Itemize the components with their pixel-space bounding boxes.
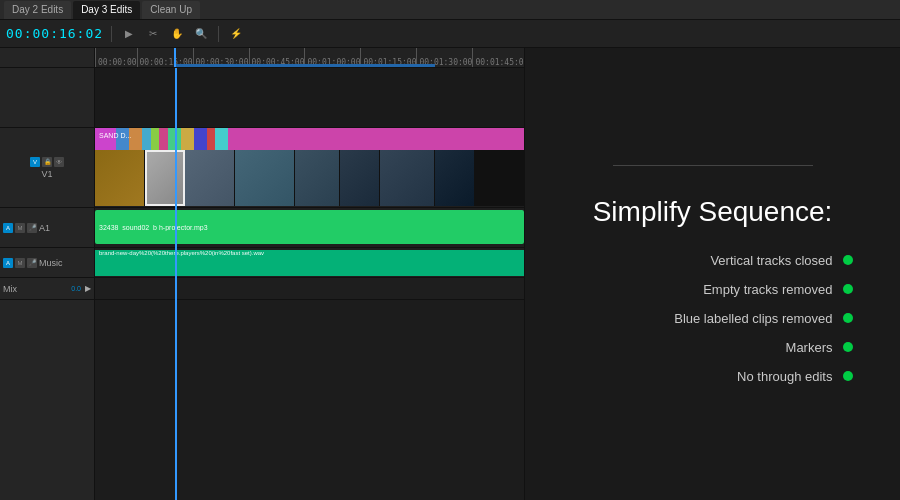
tool-arrow[interactable]: ▶ [120, 25, 138, 43]
thumb-3 [185, 150, 235, 206]
a1-toggle[interactable]: A [3, 223, 13, 233]
v1-icons: V 🔒 👁 [30, 157, 64, 167]
thumb-6 [340, 150, 380, 206]
music-label: Music [39, 258, 63, 268]
thumb-5 [295, 150, 340, 206]
collapsed-tracks-area [95, 68, 524, 128]
tool-zoom[interactable]: 🔍 [192, 25, 210, 43]
a1-mute[interactable]: M [15, 223, 25, 233]
thumb-4 [235, 150, 295, 206]
checklist-text-0: Vertical tracks closed [710, 253, 832, 268]
main-layout: 00:00:00 00:00:15:00 00:00:30:00 00:00:4… [0, 48, 900, 500]
tick-0: 00:00:00 [95, 48, 137, 67]
mix-label: Mix [3, 284, 17, 294]
checklist-dot-1 [843, 284, 853, 294]
info-panel: Simplify Sequence: Vertical tracks close… [525, 48, 900, 500]
checklist-dot-4 [843, 371, 853, 381]
thumb-7 [380, 150, 435, 206]
thumb-1 [95, 150, 145, 206]
divider [613, 165, 813, 166]
checklist: Vertical tracks closed Empty tracks remo… [573, 253, 853, 384]
tool-separator-1 [111, 26, 112, 42]
v1-lock[interactable]: 🔒 [42, 157, 52, 167]
first-clip-label: SAND D... [99, 132, 131, 139]
thumb-8 [435, 150, 475, 206]
checklist-text-4: No through edits [737, 369, 832, 384]
toolbar: 00:00:16:02 ▶ ✂ ✋ 🔍 ⚡ [0, 20, 900, 48]
tracks-area: V 🔒 👁 V1 A M 🎤 A1 A M 🎤 [0, 68, 524, 500]
a1-track-body[interactable]: 32438_sound02_b h-projector.mp3 [95, 208, 524, 248]
tab-cleanup[interactable]: Clean Up [142, 1, 200, 19]
timeline-ruler: 00:00:00 00:00:15:00 00:00:30:00 00:00:4… [0, 48, 524, 68]
music-mute[interactable]: M [15, 258, 25, 268]
audio-clip-label: 32438_sound02_b h-projector.mp3 [99, 224, 208, 231]
empty-track-header [0, 68, 94, 128]
tool-separator-2 [218, 26, 219, 42]
simplify-title: Simplify Sequence: [593, 196, 833, 228]
track-content: SAND D... [95, 68, 524, 500]
checklist-item-4: No through edits [573, 369, 853, 384]
playhead-ruler [174, 48, 176, 67]
music-mic[interactable]: 🎤 [27, 258, 37, 268]
mix-level: 0.0 [71, 285, 81, 292]
music-toggle[interactable]: A [3, 258, 13, 268]
checklist-item-3: Markers [573, 340, 853, 355]
checklist-text-1: Empty tracks removed [703, 282, 832, 297]
checklist-item-0: Vertical tracks closed [573, 253, 853, 268]
tool-hand[interactable]: ✋ [168, 25, 186, 43]
mix-track-body[interactable] [95, 278, 524, 300]
checklist-dot-2 [843, 313, 853, 323]
v1-eye[interactable]: 👁 [54, 157, 64, 167]
a1-track-header: A M 🎤 A1 [0, 208, 94, 248]
checklist-text-2: Blue labelled clips removed [674, 311, 832, 326]
mix-track-header: Mix 0.0 ▶ [0, 278, 94, 300]
thumb-2 [145, 150, 185, 206]
track-headers: V 🔒 👁 V1 A M 🎤 A1 A M 🎤 [0, 68, 95, 500]
tab-bar: Day 2 Edits Day 3 Edits Clean Up [0, 0, 900, 20]
mix-expand[interactable]: ▶ [85, 284, 91, 293]
audio-clip: 32438_sound02_b h-projector.mp3 [95, 210, 524, 244]
tick-7: 00:01:45:00 [472, 48, 524, 67]
timecode-display: 00:00:16:02 [6, 26, 103, 41]
v1-label: V1 [41, 169, 52, 179]
checklist-text-3: Markers [786, 340, 833, 355]
v1-track-body[interactable]: SAND D... [95, 128, 524, 208]
checklist-dot-0 [843, 255, 853, 265]
tool-razor[interactable]: ✂ [144, 25, 162, 43]
checklist-item-2: Blue labelled clips removed [573, 311, 853, 326]
checklist-dot-3 [843, 342, 853, 352]
thumb-9 [475, 150, 524, 206]
a1-label: A1 [39, 223, 50, 233]
tab-day2[interactable]: Day 2 Edits [4, 1, 71, 19]
timeline-panel: 00:00:00 00:00:15:00 00:00:30:00 00:00:4… [0, 48, 525, 500]
a1-mic[interactable]: 🎤 [27, 223, 37, 233]
music-track-body[interactable]: brand-new-day%20(%20there.players%20(in%… [95, 248, 524, 278]
tool-magnet[interactable]: ⚡ [227, 25, 245, 43]
clips-color-bar: SAND D... [95, 128, 524, 150]
v1-toggle[interactable]: V [30, 157, 40, 167]
video-thumbnail-strip [95, 150, 524, 206]
music-track-header: A M 🎤 Music [0, 248, 94, 278]
checklist-item-1: Empty tracks removed [573, 282, 853, 297]
waveform-label: brand-new-day%20(%20there.players%20(in%… [99, 250, 264, 256]
v1-track-header: V 🔒 👁 V1 [0, 128, 94, 208]
tab-day3[interactable]: Day 3 Edits [73, 1, 140, 19]
